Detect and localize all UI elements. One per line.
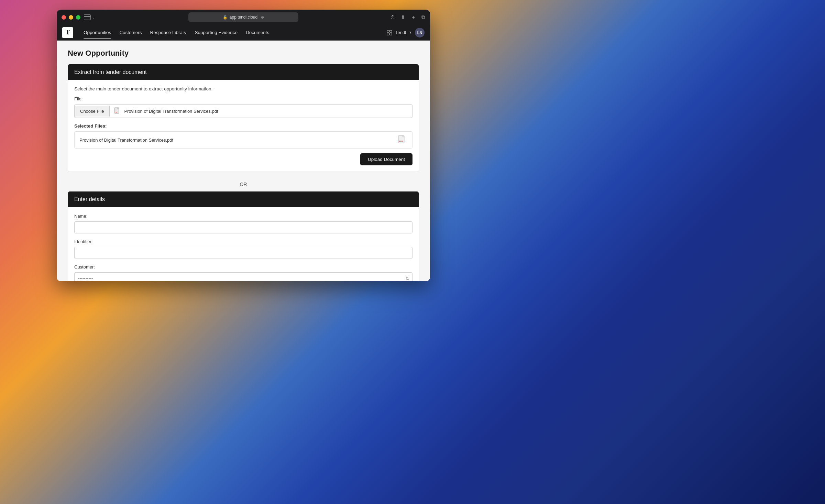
upload-btn-row: Upload Document xyxy=(74,153,412,165)
svg-text:PDF: PDF xyxy=(399,140,403,142)
url-text: app.tendl.cloud xyxy=(230,15,257,20)
file-label: File: xyxy=(74,96,412,101)
details-card-header: Enter details xyxy=(68,191,419,207)
org-name-label: Tendl xyxy=(395,30,406,35)
fullscreen-button[interactable] xyxy=(76,15,80,20)
new-tab-icon[interactable]: ＋ xyxy=(411,14,416,21)
nav-documents[interactable]: Documents xyxy=(242,28,273,37)
identifier-field-group: Identifier: xyxy=(74,239,412,259)
selected-files-label: Selected Files: xyxy=(74,123,412,129)
browser-window: ⌄ 🔒 app.tendl.cloud ⊙ ⏱ ⬆ ＋ ⧉ T Opportun… xyxy=(57,10,430,281)
history-icon[interactable]: ⏱ xyxy=(390,14,395,20)
navbar: T Opportunities Customers Response Libra… xyxy=(57,25,430,41)
close-button[interactable] xyxy=(62,15,66,20)
titlebar-right-tools: ⏱ ⬆ ＋ ⧉ xyxy=(390,14,425,21)
minimize-button[interactable] xyxy=(69,15,73,20)
enter-details-card: Enter details Name: Identifier: Customer… xyxy=(68,191,419,281)
lock-icon: 🔒 xyxy=(223,15,228,20)
svg-text:PDF: PDF xyxy=(115,111,118,113)
site-info-icon: ⊙ xyxy=(261,15,264,20)
file-field-group: File: Choose File PDF Provision of Digit… xyxy=(74,96,412,118)
extract-description: Select the main tender document to extra… xyxy=(74,86,412,91)
share-icon[interactable]: ⬆ xyxy=(401,14,405,20)
selected-file-name: Provision of Digital Transformation Serv… xyxy=(79,138,173,143)
nav-response-library[interactable]: Response Library xyxy=(147,28,190,37)
svg-rect-3 xyxy=(390,33,392,35)
customer-field-group: Customer: ---------- ⇅ xyxy=(74,264,412,281)
identifier-label: Identifier: xyxy=(74,239,412,244)
nav-customers[interactable]: Customers xyxy=(116,28,145,37)
page-title: New Opportunity xyxy=(68,49,419,58)
pdf-file-large-icon: PDF xyxy=(398,135,407,145)
address-bar[interactable]: 🔒 app.tendl.cloud ⊙ xyxy=(188,12,298,22)
svg-rect-0 xyxy=(387,30,389,32)
nav-supporting-evidence[interactable]: Supporting Evidence xyxy=(191,28,241,37)
tabs-icon[interactable]: ⧉ xyxy=(421,14,425,20)
sidebar-toggle-icon[interactable] xyxy=(84,14,91,20)
org-chevron-icon: ▼ xyxy=(409,31,412,34)
name-label: Name: xyxy=(74,213,412,219)
selected-file-name-inline: Provision of Digital Transformation Serv… xyxy=(124,109,218,114)
page-content: New Opportunity Extract from tender docu… xyxy=(57,41,430,281)
nav-right: Tendl ▼ LN xyxy=(386,28,425,37)
traffic-lights xyxy=(62,15,80,20)
customer-select-wrapper: ---------- ⇅ xyxy=(74,272,412,281)
chevron-down-icon: ⌄ xyxy=(92,15,95,19)
extract-card-header: Extract from tender document xyxy=(68,64,419,80)
svg-rect-1 xyxy=(390,30,392,32)
extract-document-card: Extract from tender document Select the … xyxy=(68,64,419,172)
nav-links: Opportunities Customers Response Library… xyxy=(80,28,386,37)
name-field-group: Name: xyxy=(74,213,412,233)
file-name-display: PDF Provision of Digital Transformation … xyxy=(110,105,222,118)
extract-card-body: Select the main tender document to extra… xyxy=(68,80,419,172)
user-avatar[interactable]: LN xyxy=(415,28,425,37)
pdf-file-icon: PDF xyxy=(114,107,121,115)
titlebar: ⌄ 🔒 app.tendl.cloud ⊙ ⏱ ⬆ ＋ ⧉ xyxy=(57,10,430,25)
details-card-body: Name: Identifier: Customer: ---------- ⇅ xyxy=(68,207,419,281)
nav-opportunities[interactable]: Opportunities xyxy=(80,28,114,37)
customer-label: Customer: xyxy=(74,264,412,270)
app-logo[interactable]: T xyxy=(62,27,73,38)
choose-file-button[interactable]: Choose File xyxy=(75,106,110,117)
name-input[interactable] xyxy=(74,221,412,233)
or-divider: OR xyxy=(68,177,419,191)
customer-select[interactable]: ---------- xyxy=(74,272,412,281)
file-input-row: Choose File PDF Provision of Digital Tra… xyxy=(74,104,412,118)
selected-files-section: Selected Files: Provision of Digital Tra… xyxy=(74,123,412,149)
selected-file-row: Provision of Digital Transformation Serv… xyxy=(74,131,412,149)
org-icon xyxy=(386,30,393,36)
identifier-input[interactable] xyxy=(74,247,412,259)
upload-document-button[interactable]: Upload Document xyxy=(360,153,412,165)
svg-rect-2 xyxy=(387,33,389,35)
